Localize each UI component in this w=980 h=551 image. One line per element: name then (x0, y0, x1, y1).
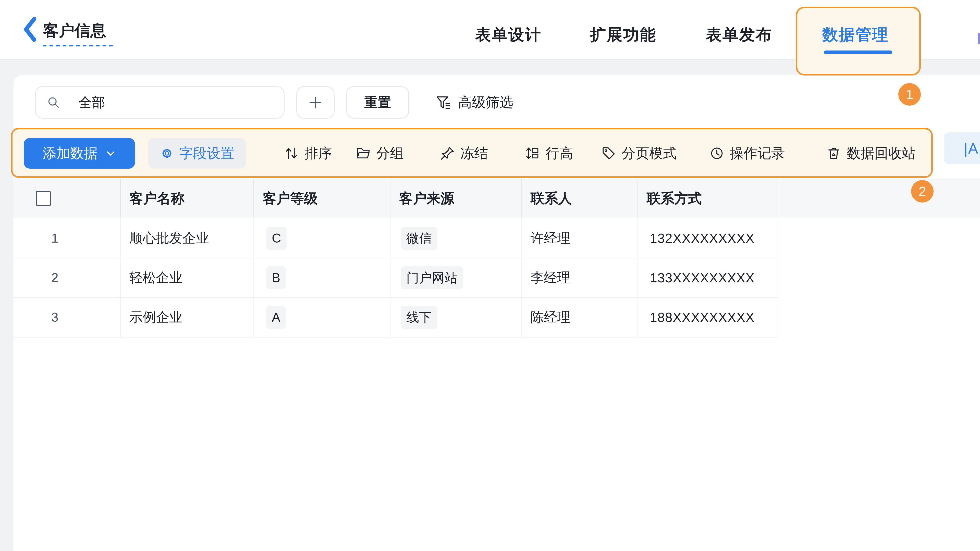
row-index: 1 (14, 231, 59, 246)
field-settings-button[interactable]: 字段设置 (148, 138, 246, 168)
table-row[interactable]: 2 轻松企业 B 门户网站 李经理 133XXXXXXXXX (14, 259, 778, 298)
add-data-label: 添加数据 (43, 144, 98, 163)
gear-icon (160, 146, 174, 160)
tab-form-publish[interactable]: 表单发布 (706, 24, 772, 45)
cell-contact: 陈经理 (522, 308, 570, 326)
sort-button[interactable]: 排序 (284, 138, 332, 168)
pin-icon (440, 146, 455, 161)
tag-icon (601, 146, 616, 161)
table-row[interactable]: 1 顺心批发企业 C 微信 许经理 132XXXXXXXXX (14, 219, 778, 259)
recycle-bin-label: 数据回收站 (847, 144, 916, 163)
add-filter-button[interactable] (296, 86, 334, 119)
freeze-button[interactable]: 冻结 (440, 138, 488, 168)
row-height-icon (525, 146, 540, 161)
add-data-button[interactable]: 添加数据 (24, 138, 135, 168)
row-height-label: 行高 (546, 144, 573, 163)
pagination-mode-button[interactable]: 分页模式 (601, 138, 677, 168)
recycle-bin-button[interactable]: 数据回收站 (826, 138, 916, 168)
cell-phone: 133XXXXXXXXX (638, 270, 755, 286)
cell-phone: 188XXXXXXXXX (638, 310, 755, 325)
group-label: 分组 (376, 144, 404, 163)
row-index: 3 (14, 310, 59, 325)
annotation-badge-2: 2 (911, 180, 934, 203)
cell-source-chip: 微信 (401, 227, 438, 250)
format-tool-button[interactable]: |A| (944, 132, 980, 164)
tab-form-design[interactable]: 表单设计 (475, 24, 542, 45)
select-all-checkbox[interactable] (36, 191, 51, 206)
table-header-row: 客户名称 客户等级 客户来源 联系人 联系方式 (14, 179, 980, 218)
cell-contact: 李经理 (522, 269, 570, 287)
trash-icon (826, 146, 841, 161)
row-height-button[interactable]: 行高 (525, 138, 573, 168)
tab-data-management[interactable]: 数据管理 (822, 24, 889, 45)
cell-phone: 132XXXXXXXXX (638, 230, 755, 246)
column-header-phone[interactable]: 联系方式 (638, 179, 778, 218)
reset-button[interactable]: 重置 (346, 86, 409, 119)
field-settings-label: 字段设置 (179, 144, 234, 163)
cell-name: 示例企业 (121, 308, 183, 326)
row-index: 2 (14, 270, 59, 285)
folder-icon (356, 146, 371, 161)
funnel-icon (435, 95, 451, 110)
select-all-cell (14, 179, 121, 218)
advanced-filter-button[interactable]: 高级筛选 (435, 86, 513, 119)
sort-label: 排序 (304, 144, 332, 163)
column-header-contact[interactable]: 联系人 (522, 179, 638, 218)
page-title[interactable]: 客户信息 (43, 19, 106, 42)
group-button[interactable]: 分组 (356, 138, 404, 168)
cell-source-chip: 门户网站 (401, 266, 463, 289)
format-tool-label: |A| (964, 140, 980, 157)
partial-avatar-icon[interactable] (978, 33, 980, 44)
plus-icon (308, 95, 323, 110)
search-icon (47, 96, 60, 109)
cell-level-chip: C (266, 227, 286, 250)
chevron-down-icon (105, 148, 116, 159)
column-header-source[interactable]: 客户来源 (390, 179, 522, 218)
operation-history-label: 操作记录 (730, 144, 785, 163)
back-icon[interactable] (22, 16, 37, 42)
operation-history-button[interactable]: 操作记录 (710, 138, 785, 168)
cell-source-chip: 线下 (401, 306, 438, 329)
column-header-level[interactable]: 客户等级 (254, 179, 390, 218)
annotation-badge-1: 1 (898, 83, 921, 106)
search-input[interactable]: 全部 (35, 86, 285, 119)
column-header-name[interactable]: 客户名称 (121, 179, 254, 218)
cell-level-chip: B (266, 266, 286, 289)
cell-level-chip: A (266, 306, 286, 329)
cell-name: 轻松企业 (121, 269, 183, 287)
pagination-mode-label: 分页模式 (622, 144, 677, 163)
cell-name: 顺心批发企业 (121, 229, 209, 247)
freeze-label: 冻结 (460, 144, 488, 163)
clock-icon (710, 146, 724, 161)
table-row[interactable]: 3 示例企业 A 线下 陈经理 188XXXXXXXXX (14, 298, 778, 338)
sort-icon (284, 146, 299, 161)
cell-contact: 许经理 (522, 229, 570, 247)
active-tab-indicator (824, 51, 892, 54)
title-dotted-underline (43, 45, 115, 46)
advanced-filter-label: 高级筛选 (458, 93, 513, 112)
search-value: 全部 (70, 94, 105, 111)
tab-extensions[interactable]: 扩展功能 (590, 24, 656, 45)
